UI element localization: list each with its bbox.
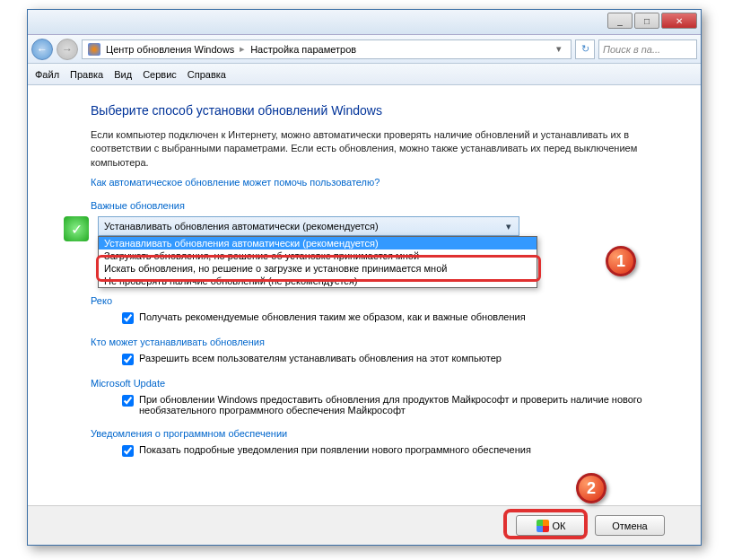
combo-option-3[interactable]: Не проверять наличие обновлений (не реко… — [99, 275, 537, 287]
section-notify: Уведомления о программном обеспечении — [91, 428, 665, 439]
label-recommended: Получать рекомендуемые обновления таким … — [139, 311, 526, 322]
navbar: ← → Центр обновления Windows ▸ Настройка… — [28, 35, 701, 64]
cancel-button[interactable]: Отмена — [595, 515, 665, 536]
combo-option-1[interactable]: Загружать обновления, но решение об уста… — [99, 249, 537, 262]
minimize-button[interactable]: _ — [607, 13, 633, 29]
label-who: Разрешить всем пользователям устанавлива… — [139, 353, 502, 363]
combo-selected-text: Устанавливать обновления автоматически (… — [104, 221, 379, 232]
content-area: Выберите способ установки обновлений Win… — [28, 85, 701, 505]
page-title: Выберите способ установки обновлений Win… — [91, 103, 665, 118]
search-input[interactable]: Поиск в па... — [598, 39, 697, 59]
menu-edit[interactable]: Правка — [70, 69, 103, 80]
section-important: Важные обновления — [91, 200, 665, 211]
breadcrumb-1[interactable]: Центр обновления Windows — [106, 44, 234, 55]
help-link[interactable]: Как автоматическое обновление может помо… — [91, 177, 665, 188]
forward-button[interactable]: → — [57, 39, 78, 60]
combo-option-0[interactable]: Устанавливать обновления автоматически (… — [99, 237, 537, 249]
shield-icon: ✓ — [64, 216, 89, 241]
checkbox-recommended[interactable] — [122, 312, 134, 324]
label-notify: Показать подробные уведомления при появл… — [139, 444, 531, 455]
chevron-down-icon: ▾ — [502, 220, 515, 232]
titlebar: _ □ ✕ — [28, 10, 701, 35]
checkbox-who[interactable] — [122, 354, 134, 365]
menu-help[interactable]: Справка — [188, 69, 226, 80]
maximize-button[interactable]: □ — [634, 13, 659, 29]
checkbox-msupdate[interactable] — [122, 395, 134, 407]
combo-option-2[interactable]: Искать обновления, но решение о загрузке… — [99, 262, 537, 275]
callout-2: 2 — [576, 473, 606, 503]
refresh-button[interactable]: ↻ — [575, 39, 595, 59]
address-dropdown-icon[interactable]: ▾ — [553, 43, 565, 55]
windows-update-icon — [88, 43, 100, 56]
window: _ □ ✕ ← → Центр обновления Windows ▸ Нас… — [27, 9, 702, 546]
callout-1: 1 — [606, 246, 636, 276]
menu-tools[interactable]: Сервис — [143, 69, 177, 80]
combo-dropdown: Устанавливать обновления автоматически (… — [98, 236, 537, 288]
back-button[interactable]: ← — [31, 39, 53, 60]
update-mode-combobox[interactable]: Устанавливать обновления автоматически (… — [98, 216, 519, 236]
breadcrumb-2[interactable]: Настройка параметров — [250, 44, 356, 55]
close-button[interactable]: ✕ — [661, 13, 697, 29]
section-recommended-cutoff: Реко — [91, 295, 665, 306]
label-msupdate: При обновлении Windows предоставить обно… — [139, 394, 665, 416]
bottom-bar: ОК Отмена — [28, 505, 701, 545]
uac-shield-icon — [537, 520, 549, 532]
breadcrumb-sep-icon: ▸ — [240, 43, 245, 55]
menubar: Файл Правка Вид Сервис Справка — [28, 64, 701, 85]
menu-file[interactable]: Файл — [35, 69, 59, 80]
menu-view[interactable]: Вид — [114, 69, 132, 80]
ok-label: ОК — [553, 521, 566, 531]
page-description: Если компьютер подключен к Интернету, мо… — [91, 128, 665, 170]
checkbox-notify[interactable] — [122, 445, 134, 457]
address-bar[interactable]: Центр обновления Windows ▸ Настройка пар… — [82, 39, 572, 59]
section-who: Кто может устанавливать обновления — [91, 337, 665, 347]
section-msupdate: Microsoft Update — [91, 378, 665, 389]
ok-button[interactable]: ОК — [516, 515, 586, 536]
